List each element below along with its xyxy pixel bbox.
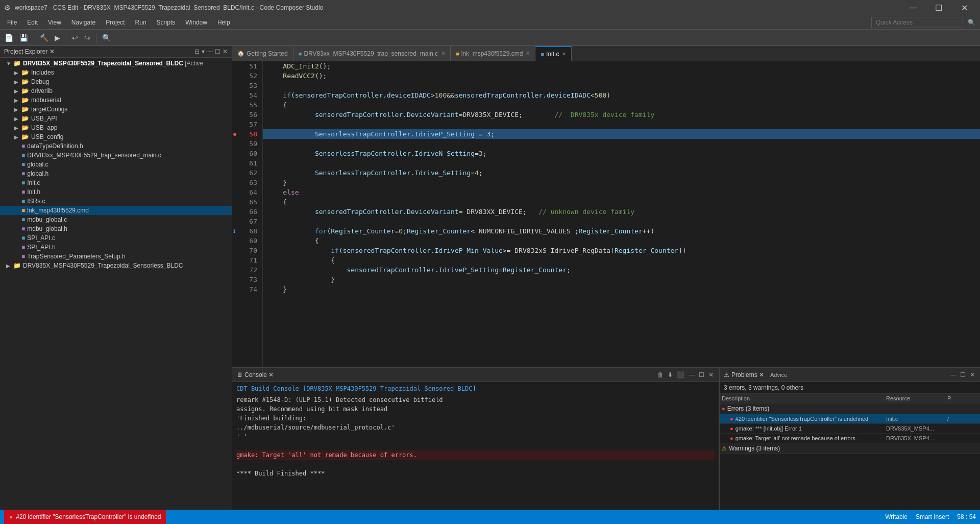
tree-label-includes: Includes — [31, 69, 54, 76]
explorer-menu-btn[interactable]: ▾ — [202, 48, 205, 55]
tree-label-root1: DRV835X_MSP430F5529_Trapezoidal_Sensored… — [23, 60, 203, 67]
save-button[interactable]: 💾 — [17, 32, 31, 43]
toolbar: 📄 💾 🔨 ▶ ↩ ↪ 🔍 — [0, 30, 980, 46]
tree-item-globalc[interactable]: ▶ ■ global.c — [0, 160, 232, 169]
search-button[interactable]: 🔍 — [100, 32, 113, 43]
line-num-68: ℹ 68 — [232, 226, 262, 236]
minimize-button[interactable]: — — [901, 0, 925, 15]
console-close-btn[interactable]: ✕ — [707, 370, 715, 379]
quick-access-input[interactable] — [871, 17, 963, 28]
problems-min-btn[interactable]: — — [949, 370, 957, 379]
line-num-text: 58 — [249, 130, 257, 138]
explorer-min-btn[interactable]: — — [207, 48, 213, 55]
tree-item-usbconfig[interactable]: ▶ 📂 USB_config — [0, 132, 232, 141]
console-scroll-btn[interactable]: ⬇ — [667, 370, 674, 379]
errors-group-header[interactable]: ● Errors (3 items) — [720, 403, 980, 414]
menu-scripts[interactable]: Scripts — [152, 17, 181, 28]
tree-item-mdbuglobalc[interactable]: ▶ ■ mdbu_global.c — [0, 215, 232, 224]
explorer-collapse-btn[interactable]: ⊟ — [194, 48, 200, 55]
console-min-btn[interactable]: — — [688, 370, 696, 379]
tab-main[interactable]: ■ DRV83xx_MSP430F5529_trap_sensored_main… — [293, 46, 451, 61]
tree-item-sensorlessproject[interactable]: ▶ 📁 DRV835X_MSP430F5529_Trapezoidal_Sens… — [0, 261, 232, 270]
tree-item-globalh[interactable]: ▶ ■ global.h — [0, 169, 232, 178]
undo-button[interactable]: ↩ — [69, 32, 81, 43]
code-editor[interactable]: 51 52 53 54 55 56 57 ● 58 59 60 61 62 63… — [232, 61, 980, 367]
console-max-btn[interactable]: ☐ — [698, 370, 705, 379]
tab-init-close[interactable]: ✕ — [562, 51, 566, 57]
menu-file[interactable]: File — [2, 17, 22, 28]
tab-getting-started[interactable]: 🏠 Getting Started — [232, 46, 293, 61]
line-num-text: 57 — [249, 121, 257, 128]
console-line-7 — [236, 460, 715, 469]
tree-item-root1[interactable]: ▼ 📁 DRV835X_MSP430F5529_Trapezoidal_Sens… — [0, 59, 232, 68]
tree-item-initc[interactable]: ▶ ■ Init.c — [0, 178, 232, 187]
tab-main-close[interactable]: ✕ — [441, 51, 445, 56]
console-line-3: 'Finished building: — [236, 414, 715, 423]
tree-item-spiapicc[interactable]: ▶ ■ SPI_API.c — [0, 233, 232, 243]
tree-item-drv83main[interactable]: ▶ ■ DRV83xx_MSP430F5529_trap_sensored_ma… — [0, 151, 232, 160]
code-line-54: if (sensoredTrapController.deviceIDADC >… — [263, 90, 980, 100]
line-num-58: ● 58 — [232, 129, 262, 139]
problems-row-err3[interactable]: ● gmake: Target 'all' not remade because… — [720, 434, 980, 443]
explorer-max-btn[interactable]: ☐ — [215, 48, 220, 55]
menu-window[interactable]: Window — [180, 17, 212, 28]
tab-init[interactable]: ■ Init.c ✕ — [535, 46, 572, 61]
redo-button[interactable]: ↪ — [82, 32, 93, 43]
quick-access-button[interactable]: 🔍 — [965, 17, 978, 28]
tree-item-isrsc[interactable]: ▶ ■ ISRs.c — [0, 197, 232, 206]
tree-item-datatypedef[interactable]: ▶ ■ dataTypeDefinition.h — [0, 141, 232, 151]
menu-run[interactable]: Run — [130, 17, 152, 28]
console-clear-btn[interactable]: 🗑 — [656, 370, 665, 379]
tree-item-debug[interactable]: ▶ 📂 Debug — [0, 77, 232, 86]
code-line-52: ReadVCC2(); — [263, 71, 980, 81]
warnings-group-header[interactable]: ⚠ Warnings (3 items) — [720, 443, 980, 454]
tree-item-lnkcmd[interactable]: ▶ ■ lnk_msp430f5529.cmd — [0, 206, 232, 215]
line-num-70: 70 — [232, 246, 262, 255]
problems-row-err2[interactable]: ● gmake: *** [Init.obj] Error 1 DRV835X_… — [720, 424, 980, 434]
tree-item-usbapp[interactable]: ▶ 📂 USB_app — [0, 123, 232, 132]
tree-item-mdbuglobalh[interactable]: ▶ ■ mdbu_global.h — [0, 224, 232, 233]
menu-help[interactable]: Help — [212, 17, 235, 28]
new-button[interactable]: 📄 — [2, 32, 16, 43]
tree-label-mdbuglobalc: mdbu_global.c — [27, 216, 67, 223]
menu-project[interactable]: Project — [101, 17, 130, 28]
h-file-icon: ■ — [21, 225, 25, 232]
code-content[interactable]: ADC_Init2(); ReadVCC2(); if (sensoredTra… — [263, 61, 980, 367]
menu-edit[interactable]: Edit — [22, 17, 43, 28]
line-num-57: 57 — [232, 120, 262, 129]
tree-item-trapsetup[interactable]: ▶ ■ TrapSensored_Parameters_Setup.h — [0, 252, 232, 261]
line-num-53: 53 — [232, 81, 262, 90]
line-num-text: 55 — [249, 101, 257, 109]
debug-button[interactable]: ▶ — [52, 32, 63, 43]
tree-label-usbapp: USB_app — [31, 124, 57, 131]
title-bar: ⚙ workspace7 - CCS Edit - DRV835X_MSP430… — [0, 0, 980, 15]
tree-item-mdbuserial[interactable]: ▶ 📂 mdbuserial — [0, 96, 232, 105]
toolbar-separator-1 — [34, 33, 34, 43]
tab-lnk-close[interactable]: ✕ — [526, 51, 530, 56]
tree-item-spiapih[interactable]: ▶ ■ SPI_API.h — [0, 243, 232, 252]
tree-item-targetconfigs[interactable]: ▶ 📂 targetConfigs — [0, 105, 232, 114]
menu-view[interactable]: View — [43, 17, 66, 28]
problems-row-err1[interactable]: ● #20 identifier "SensorlessTrapControll… — [720, 414, 980, 424]
status-error-area[interactable]: ● #20 identifier "SensorlessTrapControll… — [4, 510, 166, 524]
tree-item-inith[interactable]: ▶ ■ Init.h — [0, 187, 232, 197]
tab-lnk[interactable]: ■ lnk_msp430f5529.cmd ✕ — [451, 46, 535, 61]
tree-item-usbapi[interactable]: ▶ 📂 USB_API — [0, 114, 232, 123]
explorer-close-btn[interactable]: ✕ — [223, 48, 228, 55]
build-button[interactable]: 🔨 — [37, 32, 51, 43]
tree-label-spiapicc: SPI_API.c — [27, 234, 55, 242]
problems-close-btn[interactable]: ✕ — [969, 370, 976, 379]
problems-max-btn[interactable]: ☐ — [959, 370, 967, 379]
main-layout: Project Explorer ✕ ⊟ ▾ — ☐ ✕ ▼ 📁 DRV835X… — [0, 46, 980, 510]
line-num-55: 55 — [232, 100, 262, 110]
maximize-button[interactable]: ☐ — [927, 0, 950, 15]
code-line-70: if(sensoredTrapController.IdriveP_Min_Va… — [263, 246, 980, 255]
console-stop-btn[interactable]: ⬛ — [676, 370, 685, 379]
code-lines: ADC_Init2(); ReadVCC2(); if (sensoredTra… — [263, 61, 980, 294]
line-num-text: 59 — [249, 140, 257, 148]
menu-navigate[interactable]: Navigate — [66, 17, 101, 28]
console-error-line: gmake: Target 'all' not remade because o… — [236, 450, 715, 460]
close-button[interactable]: ✕ — [952, 0, 976, 15]
tree-item-driverlib[interactable]: ▶ 📂 driverlib — [0, 86, 232, 96]
tree-item-includes[interactable]: ▶ 📂 Includes — [0, 68, 232, 77]
